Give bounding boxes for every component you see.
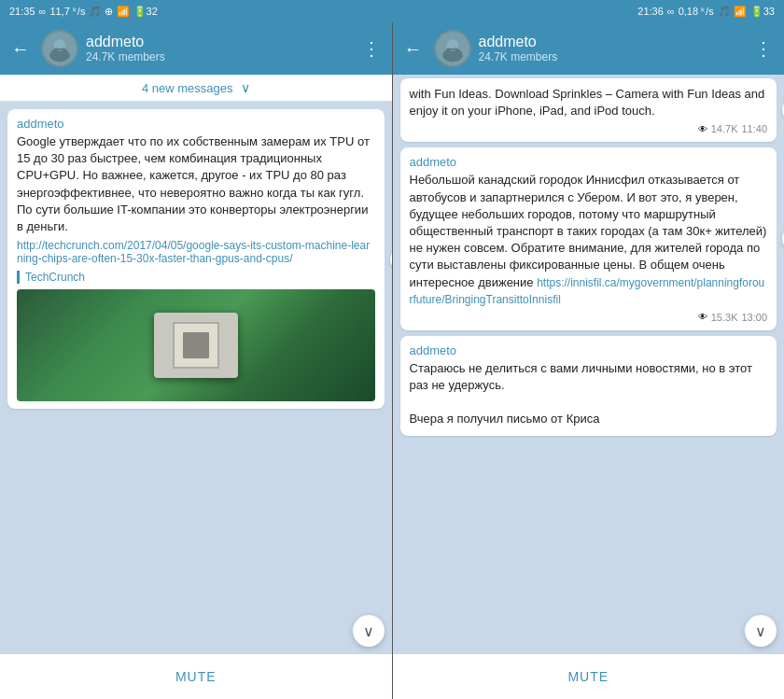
members-count-right: 24.7K members <box>479 50 744 63</box>
views-icon-right-1: 👁 <box>698 124 707 134</box>
status-icons-right: 🎵 📶 <box>718 6 747 18</box>
back-button-right[interactable]: ← <box>400 35 427 63</box>
source-tag-left-1: TechCrunch <box>17 271 375 284</box>
scroll-down-button-right[interactable]: ∨ <box>745 615 777 647</box>
sender-right-2: addmeto <box>410 155 768 169</box>
battery-right: 🔋33 <box>750 6 775 18</box>
channel-name-left: addmeto <box>86 34 351 50</box>
views-icon-right-2: 👁 <box>698 312 707 322</box>
message-text-right-1: with Fun Ideas. Download Sprinkles – Cam… <box>410 86 768 119</box>
battery-left: 🔋32 <box>133 6 158 18</box>
messages-area-left: addmeto Google утверждает что по их собс… <box>0 102 392 654</box>
header-info-left: addmeto 24.7K members <box>86 34 351 63</box>
message-text-left-1: Google утверждает что по их собственным … <box>17 133 375 235</box>
message-time-right-1: 11:40 <box>741 123 767 134</box>
sender-left-1: addmeto <box>17 117 375 131</box>
chip-component <box>154 313 238 378</box>
sender-right-3: addmeto <box>410 343 768 357</box>
share-button-left-1[interactable]: ↗ <box>390 247 392 272</box>
message-time-right-2: 13:00 <box>741 312 767 323</box>
message-image-left-1 <box>17 289 375 401</box>
chip-inner <box>173 322 219 369</box>
message-text-right-2: Небольшой канадский городок Иннисфил отк… <box>410 172 768 308</box>
members-count-left: 24.7K members <box>86 50 351 63</box>
avatar-left <box>41 30 78 67</box>
chat-header-right: ← addmeto 24.7K members ⋮ <box>393 22 785 75</box>
time-left: 21:35 <box>9 6 35 17</box>
message-text-right-3: Стараюсь не делиться с вами личными ново… <box>410 360 768 428</box>
network-speed-left: 11,7 ᵏ/s <box>49 6 85 18</box>
bottom-bar-left: MUTE <box>0 654 392 699</box>
network-speed-right: 0,18 ᵏ/s <box>679 6 714 18</box>
panel-left: ← addmeto 24.7K members ⋮ 4 new messages… <box>0 22 393 699</box>
status-bar-right: 21:36 ∞ 0,18 ᵏ/s 🎵 📶 🔋33 <box>392 0 784 22</box>
scroll-down-button-left[interactable]: ∨ <box>353 615 385 647</box>
more-button-right[interactable]: ⋮ <box>750 34 777 63</box>
new-messages-text: 4 new messages <box>142 81 233 95</box>
status-bar-left: 21:35 ∞ 11,7 ᵏ/s 🎵 ⊕ 📶 🔋32 <box>0 0 392 22</box>
panel-right: ← addmeto 24.7K members ⋮ with Fun Ideas… <box>393 22 785 699</box>
bottom-bar-right: MUTE <box>393 654 785 699</box>
message-footer-right-2: 👁 15.3K 13:00 <box>410 312 768 323</box>
header-info-right: addmeto 24.7K members <box>479 34 744 63</box>
mute-button-left[interactable]: MUTE <box>175 669 217 684</box>
message-bubble-right-3: addmeto Стараюсь не делиться с вами личн… <box>400 336 777 436</box>
status-bar: 21:35 ∞ 11,7 ᵏ/s 🎵 ⊕ 📶 🔋32 21:36 ∞ 0,18 … <box>0 0 784 22</box>
banner-arrow: ∨ <box>241 80 250 95</box>
message-link-right-2[interactable]: https://innisfil.ca/mygovernment/plannin… <box>410 276 765 306</box>
message-footer-right-1: 👁 14.7K 11:40 <box>410 123 768 134</box>
views-count-right-1: 14.7K <box>711 123 738 134</box>
chip-core <box>183 332 209 358</box>
time-right: 21:36 <box>637 6 664 17</box>
avatar-right <box>434 30 471 67</box>
channel-name-right: addmeto <box>479 34 744 50</box>
message-bubble-right-2: addmeto Небольшой канадский городок Инни… <box>400 147 777 330</box>
message-link-left-1[interactable]: http://techcrunch.com/2017/04/05/google-… <box>17 239 375 265</box>
status-icons-left: 🎵 ⊕ 📶 <box>89 6 129 18</box>
chat-header-left: ← addmeto 24.7K members ⋮ <box>0 22 392 75</box>
panels: ← addmeto 24.7K members ⋮ 4 new messages… <box>0 22 784 699</box>
message-bubble-right-1: with Fun Ideas. Download Sprinkles – Cam… <box>400 78 777 142</box>
infinity-left: ∞ <box>39 6 47 17</box>
back-button-left[interactable]: ← <box>7 35 34 63</box>
message-bubble-left-1: addmeto Google утверждает что по их собс… <box>7 109 385 409</box>
more-button-left[interactable]: ⋮ <box>358 34 385 63</box>
messages-area-right: with Fun Ideas. Download Sprinkles – Cam… <box>393 75 785 654</box>
new-messages-banner[interactable]: 4 new messages ∨ <box>0 75 392 102</box>
mute-button-right[interactable]: MUTE <box>567 669 609 684</box>
views-count-right-2: 15.3K <box>711 312 738 323</box>
infinity-right: ∞ <box>667 6 675 17</box>
